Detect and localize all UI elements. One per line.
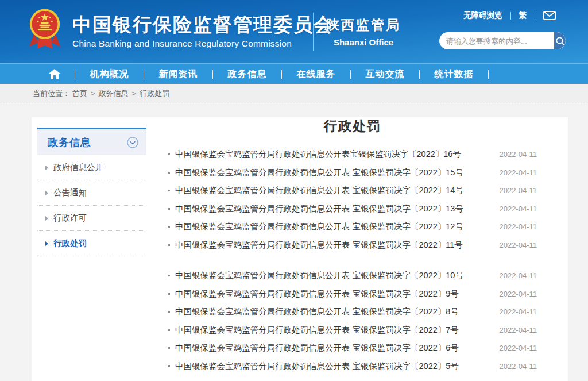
utility-divider: [535, 12, 535, 20]
document-link[interactable]: 中国银保监会宝鸡监管分局行政处罚信息公开表 宝银保监罚决字〔2022〕6号: [168, 342, 490, 353]
nav-item-5[interactable]: 互动交流: [351, 68, 419, 80]
document-date: 2022-04-11: [499, 290, 537, 298]
document-title: 中国银保监会宝鸡监管分局行政处罚信息公开表 宝银保监罚决字〔2022〕13号: [175, 203, 463, 214]
national-emblem-icon: [28, 6, 62, 56]
document-title: 中国银保监会宝鸡监管分局行政处罚信息公开表 宝银保监罚决字〔2022〕15号: [175, 167, 463, 178]
office-title: 陕西监管局 Shaanxi Office: [326, 16, 401, 47]
document-title: 中国银保监会宝鸡监管分局行政处罚信息公开表 宝银保监罚决字〔2022〕6号: [175, 342, 459, 353]
triangle-marker-icon: [45, 216, 48, 221]
document-link[interactable]: 中国银保监会宝鸡监管分局行政处罚信息公开表 宝银保监罚决字〔2022〕7号: [168, 325, 490, 336]
sidebar-item[interactable]: 行政处罚: [37, 231, 146, 256]
content-wrapper: 政务信息 政府信息公开 公告通知 行政许可 行政处罚 行政处罚 中国银保监会宝鸡…: [32, 117, 568, 381]
document-group: 中国银保监会宝鸡监管分局行政处罚信息公开表 宝银保监罚决字〔2022〕10号 2…: [168, 267, 537, 375]
document-title: 中国银保监会宝鸡监管分局行政处罚信息公开表 宝银保监罚决字〔2022〕9号: [175, 288, 459, 299]
triangle-marker-icon: [45, 191, 48, 195]
utility-links: 无障碍浏览 繁: [463, 10, 556, 21]
document-link[interactable]: 中国银保监会宝鸡监管分局行政处罚信息公开表 宝银保监罚决字〔2022〕15号: [168, 167, 490, 178]
header-divider: [313, 13, 314, 51]
sidebar-item-label: 政府信息公开: [53, 162, 103, 173]
list-item: 中国银保监会宝鸡监管分局行政处罚信息公开表 宝银保监罚决字〔2022〕8号 20…: [168, 303, 537, 321]
breadcrumb-separator: >: [91, 89, 95, 98]
bullet-dot-icon: [168, 244, 170, 246]
chevron-down-circle-icon[interactable]: [127, 137, 138, 148]
breadcrumb-items: 首页>政务信息>行政处罚: [70, 88, 172, 99]
list-item: 中国银保监会宝鸡监管分局行政处罚信息公开表 宝银保监罚决字〔2022〕9号 20…: [168, 285, 537, 303]
list-item: 中国银保监会宝鸡监管分局行政处罚信息公开表 宝银保监罚决字〔2022〕12号 2…: [168, 218, 537, 236]
bullet-dot-icon: [168, 226, 170, 228]
sidebar-item-label: 行政处罚: [53, 238, 87, 249]
document-link[interactable]: 中国银保监会宝鸡监管分局行政处罚信息公开表 宝银保监罚决字〔2022〕11号: [168, 240, 490, 251]
document-date: 2022-04-11: [499, 205, 537, 213]
document-title: 中国银保监会宝鸡监管分局行政处罚信息公开表 宝银保监罚决字〔2022〕5号: [175, 361, 459, 372]
document-link[interactable]: 中国银保监会宝鸡监管分局行政处罚信息公开表 宝银保监罚决字〔2022〕9号: [168, 288, 490, 299]
document-link[interactable]: 中国银保监会宝鸡监管分局行政处罚信息公开表 宝银保监罚决字〔2022〕14号: [168, 185, 490, 196]
document-date: 2022-04-11: [499, 271, 537, 280]
breadcrumb-link[interactable]: 首页: [72, 89, 87, 98]
document-date: 2022-04-11: [499, 186, 537, 195]
org-title-cn: 中国银行保险监督管理委员会: [72, 13, 334, 36]
bullet-dot-icon: [168, 153, 170, 155]
breadcrumb-link[interactable]: 行政处罚: [140, 89, 169, 98]
list-item: 中国银保监会宝鸡监管分局行政处罚信息公开表宝银保监罚决字〔2022〕16号 20…: [168, 145, 537, 164]
document-date: 2022-04-11: [499, 326, 537, 334]
bullet-dot-icon: [168, 329, 170, 331]
document-title: 中国银保监会宝鸡监管分局行政处罚信息公开表 宝银保监罚决字〔2022〕12号: [175, 221, 463, 232]
sidebar-item[interactable]: 政府信息公开: [37, 155, 146, 180]
sidebar-header[interactable]: 政务信息: [37, 128, 146, 155]
list-item: 中国银保监会宝鸡监管分局行政处罚信息公开表 宝银保监罚决字〔2022〕5号 20…: [168, 357, 537, 376]
breadcrumb-link[interactable]: 政务信息: [99, 89, 129, 98]
document-title: 中国银保监会宝鸡监管分局行政处罚信息公开表 宝银保监罚决字〔2022〕10号: [175, 270, 463, 281]
main-content: 行政处罚 中国银保监会宝鸡监管分局行政处罚信息公开表宝银保监罚决字〔2022〕1…: [168, 117, 537, 375]
list-item: 中国银保监会宝鸡监管分局行政处罚信息公开表 宝银保监罚决字〔2022〕7号 20…: [168, 321, 537, 340]
document-group: 中国银保监会宝鸡监管分局行政处罚信息公开表宝银保监罚决字〔2022〕16号 20…: [168, 145, 537, 254]
list-item: 中国银保监会宝鸡监管分局行政处罚信息公开表 宝银保监罚决字〔2022〕6号 20…: [168, 339, 537, 357]
document-date: 2022-04-11: [499, 150, 537, 159]
nav-home-link[interactable]: [34, 69, 75, 79]
mail-icon[interactable]: [543, 11, 556, 20]
accessibility-link[interactable]: 无障碍浏览: [463, 10, 502, 21]
document-link[interactable]: 中国银保监会宝鸡监管分局行政处罚信息公开表 宝银保监罚决字〔2022〕8号: [168, 306, 490, 317]
nav-item-4[interactable]: 在线服务: [282, 68, 350, 80]
nav-item-2[interactable]: 新闻资讯: [144, 68, 212, 80]
triangle-marker-icon: [45, 241, 48, 246]
search-icon: [555, 36, 565, 46]
document-list: 中国银保监会宝鸡监管分局行政处罚信息公开表宝银保监罚决字〔2022〕16号 20…: [168, 145, 537, 375]
document-date: 2022-04-11: [499, 362, 537, 371]
list-item: 中国银保监会宝鸡监管分局行政处罚信息公开表 宝银保监罚决字〔2022〕13号 2…: [168, 200, 537, 218]
breadcrumb: 当前位置： 首页>政务信息>行政处罚: [0, 84, 588, 103]
traditional-chinese-link[interactable]: 繁: [519, 10, 527, 21]
document-link[interactable]: 中国银保监会宝鸡监管分局行政处罚信息公开表 宝银保监罚决字〔2022〕12号: [168, 221, 490, 232]
document-title: 中国银保监会宝鸡监管分局行政处罚信息公开表宝银保监罚决字〔2022〕16号: [175, 149, 461, 160]
bullet-dot-icon: [168, 172, 170, 174]
bullet-dot-icon: [168, 347, 170, 349]
page-title: 行政处罚: [168, 117, 537, 135]
document-link[interactable]: 中国银保监会宝鸡监管分局行政处罚信息公开表 宝银保监罚决字〔2022〕13号: [168, 203, 490, 214]
document-date: 2022-04-11: [499, 241, 537, 249]
list-item: 中国银保监会宝鸡监管分局行政处罚信息公开表 宝银保监罚决字〔2022〕14号 2…: [168, 182, 537, 200]
list-item: 中国银保监会宝鸡监管分局行政处罚信息公开表 宝银保监罚决字〔2022〕15号 2…: [168, 164, 537, 182]
document-link[interactable]: 中国银保监会宝鸡监管分局行政处罚信息公开表 宝银保监罚决字〔2022〕10号: [168, 270, 490, 281]
list-item: 中国银保监会宝鸡监管分局行政处罚信息公开表 宝银保监罚决字〔2022〕11号 2…: [168, 236, 537, 255]
org-title-en: China Banking and Insurance Regulatory C…: [72, 39, 334, 49]
nav-item-6[interactable]: 统计数据: [420, 68, 488, 80]
utility-divider: [510, 12, 511, 20]
sidebar-item[interactable]: 公告通知: [37, 180, 146, 206]
document-link[interactable]: 中国银保监会宝鸡监管分局行政处罚信息公开表 宝银保监罚决字〔2022〕5号: [168, 361, 490, 372]
nav-item-1[interactable]: 机构概况: [75, 68, 144, 80]
nav-item-3[interactable]: 政务信息: [213, 68, 281, 80]
office-title-en: Shaanxi Office: [326, 37, 401, 47]
document-date: 2022-04-11: [499, 168, 537, 177]
breadcrumb-prefix: 当前位置：: [33, 88, 70, 99]
document-title: 中国银保监会宝鸡监管分局行政处罚信息公开表 宝银保监罚决字〔2022〕7号: [175, 325, 459, 336]
document-date: 2022-04-11: [499, 344, 537, 352]
document-title: 中国银保监会宝鸡监管分局行政处罚信息公开表 宝银保监罚决字〔2022〕11号: [175, 240, 463, 251]
document-title: 中国银保监会宝鸡监管分局行政处罚信息公开表 宝银保监罚决字〔2022〕8号: [175, 306, 459, 317]
bullet-dot-icon: [168, 365, 170, 367]
search-input[interactable]: [439, 32, 554, 49]
sidebar-title: 政务信息: [48, 136, 91, 149]
search-button[interactable]: [554, 32, 566, 49]
sidebar-item-label: 行政许可: [53, 213, 87, 224]
sidebar-item[interactable]: 行政许可: [37, 206, 146, 231]
document-date: 2022-04-11: [499, 307, 537, 316]
document-link[interactable]: 中国银保监会宝鸡监管分局行政处罚信息公开表宝银保监罚决字〔2022〕16号: [168, 149, 490, 160]
